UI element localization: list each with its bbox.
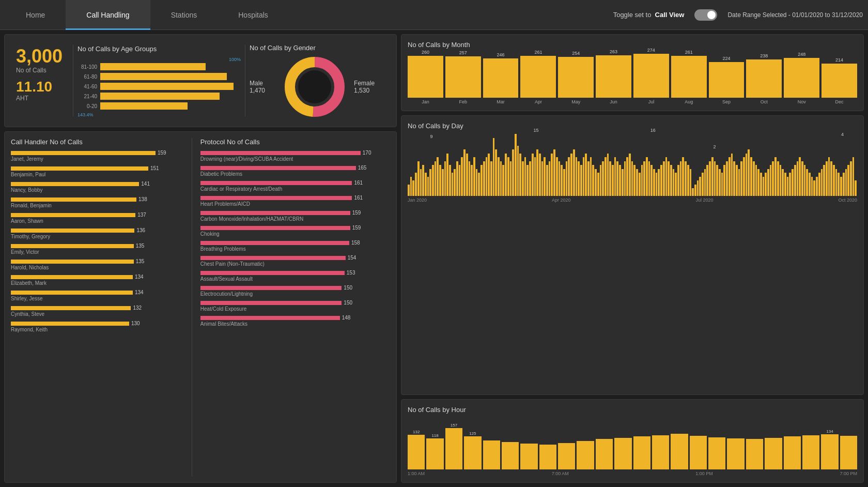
day-bar	[427, 177, 429, 196]
day-bar	[539, 154, 541, 196]
toggle-switch[interactable]	[694, 9, 717, 21]
day-bar	[422, 165, 424, 196]
day-bar	[534, 157, 536, 196]
handler-item: 138 Ronald, Benjamin	[11, 196, 183, 208]
day-bar	[573, 149, 575, 196]
daily-bars	[408, 134, 857, 196]
day-bar	[456, 161, 458, 196]
handler-item: 134 Elizabeth, Mark	[11, 274, 183, 286]
month-bar-item: 274 Jul	[633, 48, 669, 104]
day-bar	[469, 161, 471, 196]
day-bar	[471, 165, 473, 196]
female-label: Female 1,530	[354, 80, 386, 94]
day-bar	[592, 165, 594, 196]
day-bar	[461, 157, 463, 196]
day-bar	[602, 161, 604, 196]
day-bar	[826, 161, 828, 196]
day-bar	[524, 157, 526, 196]
day-bar	[507, 157, 509, 196]
main-content: 3,000 No of Calls 11.10 AHT No of Calls …	[0, 30, 868, 487]
day-bar	[806, 169, 808, 196]
day-bar	[772, 161, 774, 196]
day-bar	[792, 169, 794, 196]
age-bar-row: 81-100	[78, 63, 241, 70]
tab-stations[interactable]: Stations	[150, 0, 218, 30]
day-bar	[442, 169, 444, 196]
aht-number: 11.10	[16, 79, 63, 95]
month-bar-item: 260 Jan	[408, 50, 443, 104]
age-groups-section: No of Calls by Age Groups 100% 81-100 61…	[73, 41, 245, 120]
day-bar	[784, 173, 786, 196]
day-bar	[498, 157, 500, 196]
day-bar	[680, 161, 682, 196]
day-bar	[789, 173, 791, 196]
day-bar	[515, 134, 517, 196]
protocol-bars: 170 Drowning (near)/Diving/SCUBA Acciden…	[200, 150, 390, 330]
date-range-label: Date Range Selected - 01/01/2020 to 31/1…	[727, 11, 863, 19]
month-bar-item: 248 Nov	[784, 52, 819, 104]
tab-call-handling[interactable]: Call Handling	[66, 0, 150, 30]
handler-item: 136 Timothy, Gregory	[11, 227, 183, 239]
day-bar	[670, 165, 672, 196]
day-bar	[595, 169, 597, 196]
day-bar	[650, 165, 653, 196]
day-bar	[853, 157, 855, 196]
day-bar	[760, 173, 762, 196]
day-bar	[801, 161, 803, 196]
left-panel: 3,000 No of Calls 11.10 AHT No of Calls …	[4, 34, 397, 483]
header: Home Call Handling Stations Hospitals To…	[0, 0, 868, 30]
day-bar	[459, 165, 461, 196]
day-bar	[541, 161, 544, 196]
age-base-pct: 143.4%	[78, 112, 241, 117]
day-bar	[412, 180, 414, 196]
day-bar	[823, 165, 825, 196]
day-bar	[420, 169, 422, 196]
day-bar	[677, 165, 679, 196]
protocol-item: 154 Chest Pain (Non-Traumatic)	[200, 255, 390, 267]
hour-bar-item	[483, 440, 500, 469]
day-bar	[660, 165, 662, 196]
day-bar	[804, 165, 806, 196]
day-bar	[519, 154, 521, 196]
day-bar	[619, 165, 621, 196]
day-bar	[811, 177, 813, 196]
day-bar	[568, 157, 570, 196]
day-bar	[446, 154, 448, 196]
day-bar	[782, 169, 784, 196]
day-bar	[797, 161, 799, 196]
hour-bar-item	[765, 437, 782, 469]
protocol-item: 159 Choking	[200, 225, 390, 237]
day-bar	[794, 165, 796, 196]
protocol-item: 161 Heart Problems/AICD	[200, 195, 390, 207]
hour-bar-item: 134	[821, 429, 838, 469]
day-bar	[767, 169, 769, 196]
month-bar-item: 261 Aug	[671, 50, 707, 104]
hour-bar-item	[539, 444, 556, 469]
protocol-item: 170 Drowning (near)/Diving/SCUBA Acciden…	[200, 150, 390, 162]
day-bar	[576, 157, 578, 196]
age-bar-row: 21-40	[78, 93, 241, 100]
handler-item: 135 Emily, Victor	[11, 243, 183, 255]
day-bar	[629, 154, 631, 196]
day-bar	[616, 161, 618, 196]
day-bar	[556, 157, 558, 196]
day-bar	[452, 173, 454, 196]
day-bar	[429, 169, 431, 196]
day-bar	[673, 169, 675, 196]
daily-chart-wrap: 9 15 16 2 4 Jan 2020 Apr 2020 Jul 2020 O…	[408, 134, 857, 203]
day-bar	[746, 154, 748, 196]
hour-bar-item	[671, 433, 688, 469]
day-bar	[437, 157, 439, 196]
hour-bar-item: 118	[426, 433, 443, 469]
hour-bar-item	[633, 436, 650, 469]
month-bar-item: 224 Sep	[709, 56, 745, 104]
day-bar	[709, 161, 711, 196]
handler-item: 135 Harold, Nicholas	[11, 258, 183, 270]
header-controls: Toggle set to Call View Date Range Selec…	[613, 9, 863, 21]
gender-section: No of Calls by Gender Male 1,470 Female …	[245, 41, 390, 120]
tab-hospitals[interactable]: Hospitals	[218, 0, 289, 30]
day-bar	[478, 173, 480, 196]
tab-home[interactable]: Home	[5, 0, 66, 30]
day-bar	[840, 177, 842, 196]
day-bar	[463, 149, 466, 196]
